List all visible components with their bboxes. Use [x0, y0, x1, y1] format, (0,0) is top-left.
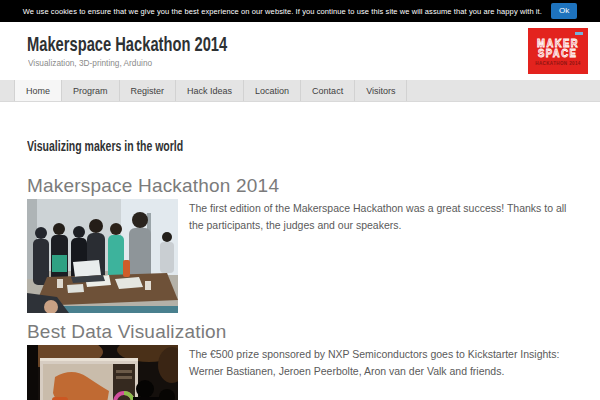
page-heading: Visualizing makers in the world — [27, 138, 437, 155]
logo-text-space: SPACE — [538, 49, 577, 59]
hackathon-crowd-photo — [27, 199, 178, 313]
nav-item-label: Home — [26, 86, 50, 96]
nav-item-label: Program — [73, 86, 108, 96]
site-header: Makerspace Hackathon 2014 Visualization,… — [0, 22, 600, 80]
nav-item-home[interactable]: Home — [14, 80, 62, 101]
post-title-hackathon[interactable]: Makerspace Hackathon 2014 — [27, 175, 573, 197]
makerspace-logo[interactable]: MAKER SPACE HACKATHON 2014 — [528, 28, 588, 74]
cookie-notice-bar: We use cookies to ensure that we give yo… — [0, 0, 600, 22]
projection-screen-photo — [27, 345, 178, 400]
logo-text-hackathon: HACKATHON 2014 — [535, 61, 581, 66]
nav-item-program[interactable]: Program — [62, 80, 120, 101]
post-text-best-viz: The €500 prize sponsored by NXP Semicond… — [189, 345, 573, 381]
post-hackathon-2014: Makerspace Hackathon 2014 — [27, 175, 573, 313]
post-text-hackathon: The first edition of the Makerspace Hack… — [189, 199, 573, 235]
nav-item-location[interactable]: Location — [244, 80, 301, 101]
cookie-ok-button[interactable]: Ok — [551, 3, 577, 19]
main-navigation: Home Program Register Hack Ideas Locatio… — [0, 80, 600, 102]
logo-blue-mark-icon — [575, 32, 583, 35]
nav-item-label: Contact — [312, 86, 343, 96]
post-best-data-visualization: Best Data Visualization — [27, 321, 573, 400]
nav-item-label: Location — [255, 86, 289, 96]
site-tagline: Visualization, 3D-printing, Arduino — [28, 58, 529, 68]
nav-item-label: Hack Ideas — [187, 86, 232, 96]
nav-item-label: Register — [131, 86, 165, 96]
nav-item-label: Visitors — [366, 86, 395, 96]
nav-item-hack-ideas[interactable]: Hack Ideas — [176, 80, 244, 101]
site-title[interactable]: Makerspace Hackathon 2014 — [27, 32, 409, 56]
content-area: Visualizing makers in the world Makerspa… — [0, 138, 600, 400]
nav-item-register[interactable]: Register — [120, 80, 177, 101]
cookie-message: We use cookies to ensure that we give yo… — [23, 7, 542, 16]
post-title-best-viz[interactable]: Best Data Visualization — [27, 321, 573, 343]
nav-item-visitors[interactable]: Visitors — [355, 80, 407, 101]
nav-item-contact[interactable]: Contact — [301, 80, 355, 101]
